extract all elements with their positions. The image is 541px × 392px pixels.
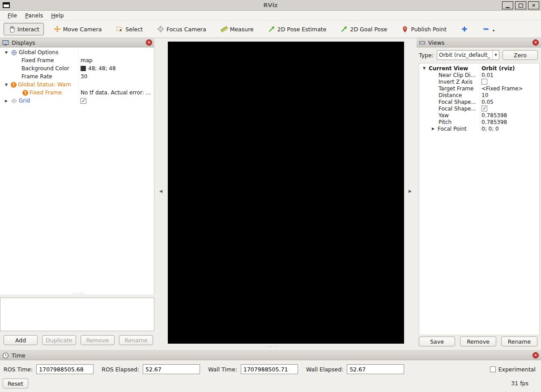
displays-splitter-handle[interactable]: ····· [72,292,85,295]
add-tool-button[interactable] [456,23,473,35]
property-value[interactable]: 10 [480,92,539,98]
invert-z-checkbox[interactable] [481,79,487,85]
tree-row-fixed-frame[interactable]: Fixed Frame map [0,56,154,64]
tree-row-global-status[interactable]: ▼ Global Status: Warn [0,81,154,89]
tree-row-focal-shape-fixed[interactable]: Focal Shape... [419,105,539,112]
tool-label: Move Camera [63,26,102,33]
left-collapse-arrow-icon[interactable]: ◀ [159,189,162,193]
maximize-button[interactable] [515,1,526,9]
property-name: Fixed Frame [21,57,54,64]
minimize-button[interactable] [502,1,513,9]
tool-measure[interactable]: Measure [216,23,258,35]
property-value[interactable]: 0; 0; 0 [480,125,539,132]
property-value[interactable] [78,97,154,105]
tree-row-background-color[interactable]: Background Color 48; 48; 48 [0,64,154,72]
reset-button[interactable]: Reset [3,379,28,388]
focal-shape-checkbox[interactable] [481,106,487,111]
window-controls: ✕ [502,1,539,9]
property-value[interactable]: 0.05 [480,98,539,105]
tool-2d-goal-pose[interactable]: 2D Goal Pose [336,23,392,35]
tool-2d-pose-estimate[interactable]: 2D Pose Estimate [264,23,331,35]
tool-publish-point[interactable]: Publish Point [397,23,451,35]
property-value[interactable]: <Fixed Frame> [480,85,539,92]
menu-panels[interactable]: Panels [21,11,47,20]
rename-button[interactable]: Rename [119,335,153,345]
property-name: Focal Point [438,126,467,132]
status-text: No tf data. Actual error: ... [81,89,151,96]
property-value[interactable]: 0.785398 [480,119,539,125]
background-color-value: 48; 48; 48 [88,65,116,72]
add-button[interactable]: Add [4,335,38,345]
experimental-toggle[interactable]: Experimental [490,366,536,373]
render-viewport[interactable] [168,42,404,344]
property-value[interactable]: 0.01 [480,72,539,78]
experimental-checkbox[interactable] [490,366,496,372]
tree-row-global-options[interactable]: ▼ Global Options [0,48,154,56]
expander-down-icon[interactable]: ▼ [3,83,9,87]
property-value[interactable]: 48; 48; 48 [78,64,154,72]
menu-help[interactable]: Help [47,11,68,20]
tool-move-camera[interactable]: Move Camera [49,23,106,35]
wall-time-input[interactable] [241,364,298,374]
time-panel-title: Time [12,352,26,359]
grid-enabled-checkbox[interactable] [81,98,86,104]
expander-right-icon[interactable]: ▶ [3,99,9,103]
property-value[interactable]: 0.785398 [480,112,539,119]
bottom-splitter-handle[interactable]: ····· [266,345,278,348]
expander-right-icon[interactable]: ▶ [430,127,436,131]
displays-panel-header[interactable]: Displays ✕ [0,38,154,47]
property-value[interactable] [480,78,539,85]
tree-row-distance[interactable]: Distance 10 [419,92,539,98]
save-button[interactable]: Save [419,337,455,346]
duplicate-button[interactable]: Duplicate [42,335,76,345]
zero-button[interactable]: Zero [503,50,538,60]
tree-row-target-frame[interactable]: Target Frame <Fixed Frame> [419,85,539,92]
tree-row-pitch[interactable]: Pitch 0.785398 [419,119,539,125]
time-panel-header[interactable]: Time ✕ [0,351,541,360]
tree-row-grid[interactable]: ▶ Grid [0,97,154,105]
property-value [78,48,154,56]
tool-focus-camera[interactable]: Focus Camera [153,23,211,35]
tree-row-frame-rate[interactable]: Frame Rate 30 [0,72,154,81]
remove-button[interactable]: Remove [81,335,115,345]
menu-file[interactable]: File [4,11,21,20]
tree-row-near-clip[interactable]: Near Clip Di... 0.01 [419,72,539,78]
property-value: No tf data. Actual error: ... [78,89,154,97]
tool-label: Focus Camera [166,26,206,33]
tree-row-fixed-frame-status[interactable]: Fixed Frame No tf data. Actual error: ..… [0,89,154,97]
ros-time-input[interactable] [36,364,94,374]
tree-row-focal-point[interactable]: ▶ Focal Point 0; 0; 0 [419,125,539,132]
view-type-combobox[interactable]: Orbit (rviz_default_ ▼ [437,50,499,60]
property-value[interactable]: 30 [78,72,154,81]
views-close-icon[interactable]: ✕ [532,39,539,46]
displays-close-icon[interactable]: ✕ [146,39,152,46]
property-name: Frame Rate [21,73,52,80]
time-fields: ROS Time: ROS Elapsed: Wall Time: Wall E… [4,364,536,375]
tool-interact[interactable]: Interact [4,23,44,35]
property-name: Near Clip Di... [439,72,476,78]
tree-row-yaw[interactable]: Yaw 0.785398 [419,112,539,119]
minus-icon [482,26,490,33]
expander-down-icon[interactable]: ▼ [421,66,427,70]
ros-time-label: ROS Time: [4,366,33,373]
plus-icon [461,26,468,33]
remove-tool-button[interactable]: ▾ [478,23,499,35]
tool-select[interactable]: Select [111,23,147,35]
views-panel-header[interactable]: Views ✕ [417,38,541,47]
remove-view-button[interactable]: Remove [460,337,496,346]
property-value[interactable] [480,105,539,112]
wall-elapsed-input[interactable] [347,364,404,374]
time-close-icon[interactable]: ✕ [532,352,539,358]
property-name: Fixed Frame [30,89,62,96]
rename-view-button[interactable]: Rename [501,337,537,346]
expander-down-icon[interactable]: ▼ [3,51,9,55]
tool-label: 2D Pose Estimate [277,26,327,33]
right-collapse-arrow-icon[interactable]: ▶ [409,189,412,193]
property-value[interactable]: map [78,56,154,64]
ros-elapsed-input[interactable] [143,364,200,374]
tree-row-current-view[interactable]: ▼ Current View Orbit (rviz) [419,65,539,72]
close-button[interactable]: ✕ [528,1,539,9]
tree-row-invert-z[interactable]: Invert Z Axis [419,78,539,85]
tree-row-focal-shape-size[interactable]: Focal Shape... 0.05 [419,98,539,105]
time-panel: Time ✕ ROS Time: ROS Elapsed: Wall Time:… [0,350,541,392]
